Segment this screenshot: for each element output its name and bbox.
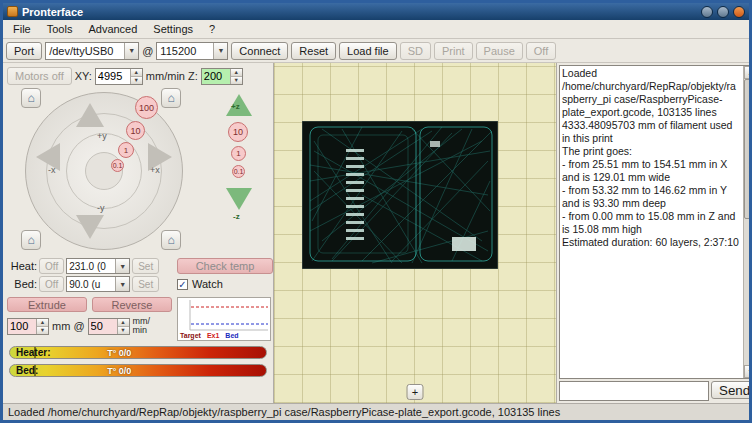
titlebar: Pronterface (3, 3, 749, 20)
extrude-unit-label: mm/min (133, 317, 151, 335)
status-text: Loaded /home/churchyard/RepRap/objekty/r… (8, 406, 560, 418)
jog-distance-01-badge[interactable]: 0.1 (111, 159, 124, 172)
xy-jog-pad[interactable]: +y -y -x +x (25, 92, 183, 250)
watch-row: ✓ Watch (177, 278, 273, 290)
xy-speed-label: XY: (75, 70, 92, 82)
bed-off-button: Off (39, 276, 64, 292)
scrollbar-thumb[interactable] (744, 79, 752, 219)
extrude-speed-stepper[interactable]: ▲▼ (88, 318, 130, 335)
jog-distance-1-badge[interactable]: 1 (118, 142, 134, 158)
temp-side: Check temp ✓ Watch (177, 258, 273, 294)
extrude-button[interactable]: Extrude (7, 297, 87, 312)
home-all-button[interactable]: ⌂ (21, 88, 41, 108)
extrude-fields: Extrude Reverse ▲▼ mm @ ▲▼ (7, 297, 175, 341)
chevron-down-icon[interactable]: ▼ (213, 43, 227, 59)
off-button: Off (526, 42, 556, 60)
statusbar: Loaded /home/churchyard/RepRap/objekty/r… (3, 403, 749, 420)
log-line: - from 0.00 mm to 15.08 mm in Z and is 1… (562, 210, 741, 236)
command-input[interactable] (559, 381, 709, 401)
spinner-arrows[interactable]: ▲▼ (130, 69, 142, 84)
menu-file[interactable]: File (5, 22, 39, 36)
chevron-down-icon[interactable]: ▼ (115, 277, 129, 291)
z-minus-arrow-icon[interactable] (226, 188, 252, 210)
menu-settings[interactable]: Settings (145, 22, 201, 36)
log-line: Loaded /home/churchyard/RepRap/objekty/r… (562, 67, 741, 119)
heater-gauge: Heater: T° 0/0 (9, 346, 267, 359)
heat-temp-combobox[interactable]: 231.0 (0 ▼ (66, 258, 130, 274)
pause-button: Pause (476, 42, 523, 60)
jog-controls: +y -y -x +x ⌂ ⌂ ⌂ ⌂ 100 10 1 0.1 +z 10 1… (7, 88, 273, 256)
z-speed-stepper[interactable]: ▲▼ (201, 68, 243, 85)
toolbar: Port /dev/ttyUSB0 ▼ @ 115200 ▼ Connect R… (3, 39, 749, 63)
x-plus-label: +x (150, 165, 160, 175)
temp-graph: Target Ex1 Bed (177, 297, 271, 341)
reverse-button[interactable]: Reverse (92, 297, 172, 312)
menu-help[interactable]: ? (201, 22, 223, 36)
sd-button: SD (400, 42, 431, 60)
extrude-amount-input[interactable] (8, 319, 36, 334)
heater-gauge-value: T° 0/0 (107, 347, 131, 359)
jog-distance-100-badge[interactable]: 100 (135, 96, 158, 119)
spinner-arrows[interactable]: ▲▼ (117, 319, 129, 334)
chevron-down-icon[interactable]: ▼ (124, 43, 138, 59)
watch-checkbox[interactable]: ✓ (177, 279, 188, 290)
baud-combobox[interactable]: 115200 ▼ (156, 42, 228, 60)
send-button[interactable]: Send (711, 381, 752, 399)
y-minus-label: -y (97, 203, 105, 213)
port-value: /dev/ttyUSB0 (46, 43, 116, 59)
port-combobox[interactable]: /dev/ttyUSB0 ▼ (45, 42, 139, 60)
heat-off-button: Off (39, 258, 64, 274)
scroll-up-icon[interactable]: ▲ (744, 66, 752, 79)
reset-button[interactable]: Reset (291, 42, 336, 60)
bed-gauge: Bed: T° 0/0 (9, 364, 267, 377)
spinner-arrows[interactable]: ▲▼ (230, 69, 242, 84)
extrude-amount-stepper[interactable]: ▲▼ (7, 318, 49, 335)
menu-advanced[interactable]: Advanced (80, 22, 145, 36)
z-distance-01-badge[interactable]: 0.1 (232, 165, 245, 178)
z-plus-label: +z (231, 102, 240, 111)
bed-temp-combobox[interactable]: 90.0 (u ▼ (66, 276, 130, 292)
home-icon: ⌂ (27, 91, 34, 105)
scroll-down-icon[interactable]: ▼ (744, 365, 752, 378)
jog-distance-10-badge[interactable]: 10 (126, 121, 145, 140)
jog-y-plus-arrow-icon[interactable] (76, 103, 104, 127)
check-temp-button[interactable]: Check temp (177, 258, 273, 274)
minimize-button[interactable] (701, 6, 713, 18)
legend-bed: Bed (225, 332, 238, 339)
pronterface-window: Pronterface File Tools Advanced Settings… (0, 0, 752, 423)
log-scrollbar[interactable]: ▲ ▼ (743, 66, 752, 378)
home-z-button[interactable]: ⌂ (161, 230, 181, 250)
z-speed-input[interactable] (202, 69, 230, 84)
connect-button[interactable]: Connect (231, 42, 288, 60)
log-line: The print goes: (562, 145, 741, 158)
gcode-viewer[interactable]: + (273, 63, 557, 403)
z-distance-1-badge[interactable]: 1 (231, 146, 246, 161)
xy-speed-input[interactable] (96, 69, 130, 84)
legend-ex1: Ex1 (207, 332, 219, 339)
xy-speed-stepper[interactable]: ▲▼ (95, 68, 143, 85)
bed-set-button: Set (132, 276, 159, 292)
maximize-button[interactable] (717, 6, 729, 18)
log-line: 4333.48095703 mm of filament used in thi… (562, 119, 741, 145)
port-button[interactable]: Port (6, 42, 42, 60)
extrude-speed-input[interactable] (89, 319, 117, 334)
zoom-in-button[interactable]: + (407, 384, 424, 400)
home-y-button[interactable]: ⌂ (161, 88, 181, 108)
window-title: Pronterface (22, 6, 697, 18)
temperature-controls: Heat: Off 231.0 (0 ▼ Set Bed: Off 90.0 (… (7, 258, 273, 294)
y-plus-label: +y (97, 131, 107, 141)
log-line: Estimated duration: 60 layers, 2:37:10 (562, 236, 741, 249)
home-x-button[interactable]: ⌂ (21, 230, 41, 250)
temp-fields: Heat: Off 231.0 (0 ▼ Set Bed: Off 90.0 (… (7, 258, 173, 294)
spinner-arrows[interactable]: ▲▼ (36, 319, 48, 334)
menu-tools[interactable]: Tools (39, 22, 81, 36)
jog-y-minus-arrow-icon[interactable] (76, 215, 104, 239)
close-button[interactable] (733, 6, 745, 18)
log-output[interactable]: Loaded /home/churchyard/RepRap/objekty/r… (560, 66, 743, 378)
chevron-down-icon[interactable]: ▼ (115, 259, 129, 273)
load-file-button[interactable]: Load file (339, 42, 397, 60)
bed-temp-value: 90.0 (u (67, 277, 102, 291)
z-distance-10-badge[interactable]: 10 (228, 122, 248, 142)
menubar: File Tools Advanced Settings ? (3, 20, 749, 39)
bed-label: Bed: (7, 278, 37, 290)
